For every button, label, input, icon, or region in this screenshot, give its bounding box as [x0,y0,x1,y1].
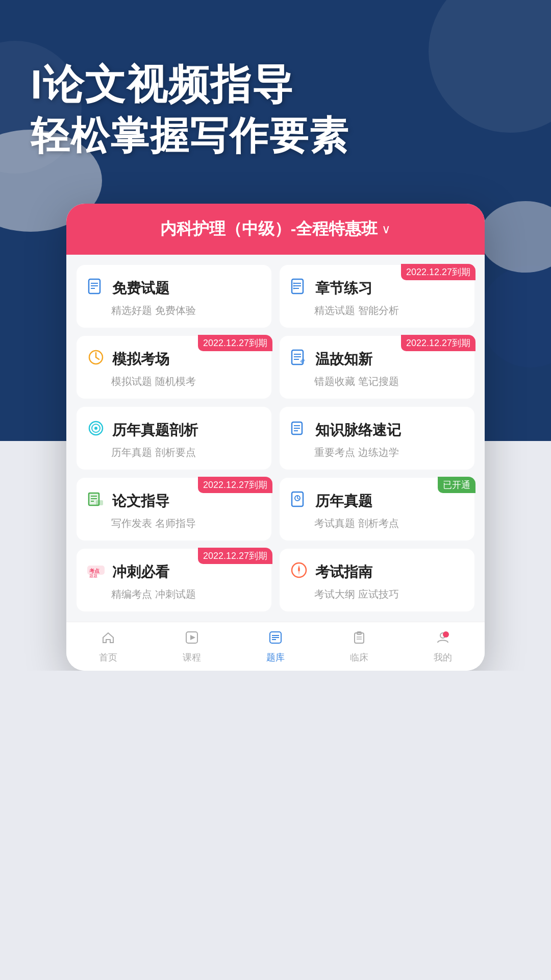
expiry-badge: 2022.12.27到期 [198,477,272,493]
free-questions-subtitle: 精选好题 免费体验 [111,304,261,317]
card-paper-guidance[interactable]: 2022.12.27到期 [77,478,271,541]
free-questions-title: 免费试题 [112,279,169,298]
past-papers-title: 历年真题 [315,492,372,511]
expiry-badge: 2022.12.27到期 [401,335,475,351]
past-papers-subtitle: 考试真题 剖析考点 [314,517,464,530]
list-icon [290,277,308,300]
expiry-badge: 2022.12.27到期 [198,335,272,351]
svg-line-13 [96,357,99,359]
svg-point-10 [293,288,295,289]
exam-guide-subtitle: 考试大纲 应试技巧 [314,587,464,601]
mock-exam-subtitle: 模拟试题 随机模考 [111,375,261,388]
nav-course-label: 课程 [183,651,201,664]
bottom-nav: 首页 课程 [66,622,485,671]
tablet-frame: 内科护理（中级）-全程特惠班 ∨ [66,204,485,671]
clipboard-icon [352,630,366,648]
nav-home[interactable]: 首页 [66,622,150,671]
nav-mine[interactable]: 我的 [401,622,485,671]
compass-icon [290,561,308,583]
past-analysis-subtitle: 历年真题 剖析要点 [111,446,261,459]
doc-icon [87,277,105,300]
paper-guidance-subtitle: 写作发表 名师指导 [111,517,261,530]
knowledge-map-subtitle: 重要考点 边练边学 [314,446,464,459]
review-new-subtitle: 错题收藏 笔记搜题 [314,375,464,388]
card-knowledge-map[interactable]: 知识脉络速记 重要考点 边练边学 [280,407,474,470]
target-icon [87,419,105,442]
course-header[interactable]: 内科护理（中级）-全程特惠班 ∨ [66,204,485,255]
knowledge-map-title: 知识脉络速记 [315,421,401,440]
card-review-new[interactable]: 2022.12.27到期 [280,336,474,399]
nav-clinical[interactable]: 临床 [317,622,401,671]
sprint-title: 冲刺必看 [112,562,169,582]
nav-mine-label: 我的 [434,651,452,664]
nav-question-bank[interactable]: 题库 [234,622,317,671]
svg-point-9 [293,285,295,287]
headline-line2: 轻松掌握写作要素 [31,113,520,158]
svg-text:题题: 题题 [89,574,97,578]
nav-home-label: 首页 [99,651,117,664]
chapter-practice-subtitle: 精选试题 智能分析 [314,304,464,317]
card-past-papers[interactable]: 已开通 历年真题 [280,478,474,541]
clock-icon [87,348,105,371]
svg-rect-30 [96,500,103,505]
open-badge: 已开通 [438,477,475,493]
content-area: 免费试题 精选好题 免费体验 2022.12.27到期 [66,255,485,622]
svg-text:考点: 考点 [89,568,99,574]
hotpoint-icon: 考点 题题 [87,561,105,583]
questions-icon [268,630,283,648]
course-title: 内科护理（中级）-全程特惠班 [160,218,378,240]
cards-grid: 免费试题 精选好题 免费体验 2022.12.27到期 [77,265,474,611]
svg-marker-41 [190,635,195,640]
card-exam-guide[interactable]: 考试指南 考试大纲 应试技巧 [280,549,474,611]
svg-line-34 [297,498,299,499]
nav-course[interactable]: 课程 [150,622,234,671]
home-icon [101,630,115,648]
sprint-subtitle: 精编考点 冲刺试题 [111,587,261,601]
expiry-badge: 2022.12.27到期 [401,264,475,280]
svg-point-8 [293,283,295,284]
knowledge-icon [290,419,308,442]
svg-rect-31 [292,492,303,506]
user-icon [436,630,450,648]
paper-icon [87,490,105,512]
card-sprint[interactable]: 2022.12.27到期 考点 题题 冲刺必看 [77,549,271,611]
history-icon [290,490,308,512]
card-past-analysis[interactable]: 历年真题剖析 历年真题 剖析要点 [77,407,271,470]
review-new-title: 温故知新 [315,350,372,369]
edit-icon [290,348,308,371]
chevron-down-icon: ∨ [382,222,391,236]
svg-point-20 [94,427,97,430]
past-analysis-title: 历年真题剖析 [112,421,198,440]
chapter-practice-title: 章节练习 [315,279,372,298]
card-free-questions[interactable]: 免费试题 精选好题 免费体验 [77,265,271,328]
card-mock-exam[interactable]: 2022.12.27到期 模拟考场 [77,336,271,399]
nav-question-bank-label: 题库 [266,651,285,664]
header-section: I论文视频指导 轻松掌握写作要素 [0,0,551,188]
exam-guide-title: 考试指南 [315,562,372,582]
play-icon [185,630,199,648]
nav-clinical-label: 临床 [350,651,368,664]
card-chapter-practice[interactable]: 2022.12.27到期 [280,265,474,328]
paper-guidance-title: 论文指导 [112,492,169,511]
mock-exam-title: 模拟考场 [112,350,169,369]
expiry-badge: 2022.12.27到期 [198,548,272,564]
headline-line1: I论文视频指导 [31,61,520,108]
